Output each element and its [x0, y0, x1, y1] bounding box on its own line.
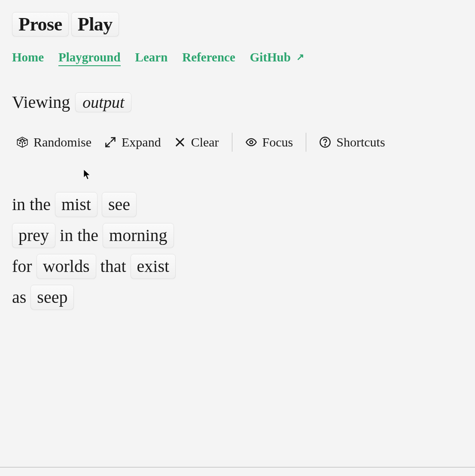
- output-line: in themistsee: [12, 189, 463, 220]
- focus-button[interactable]: Focus: [245, 135, 293, 150]
- plain-text: for: [12, 251, 32, 281]
- svg-point-8: [23, 140, 24, 140]
- nav-github-label: GitHub: [250, 50, 291, 64]
- svg-point-11: [250, 141, 253, 144]
- help-icon: [319, 136, 331, 148]
- app-title: Prose Play: [12, 12, 463, 37]
- clear-button[interactable]: Clear: [174, 135, 219, 150]
- close-icon: [174, 136, 186, 148]
- word-chip[interactable]: exist: [131, 254, 176, 279]
- randomise-label: Randomise: [33, 135, 91, 150]
- dice-icon: [16, 136, 28, 148]
- toolbar-divider-2: [306, 133, 306, 152]
- expand-button[interactable]: Expand: [104, 135, 161, 150]
- main-nav: Home Playground Learn Reference GitHub ↗: [12, 50, 463, 66]
- nav-learn[interactable]: Learn: [135, 50, 168, 66]
- external-link-icon: ↗: [296, 52, 304, 63]
- nav-github[interactable]: GitHub ↗: [250, 50, 304, 66]
- title-word-2[interactable]: Play: [71, 12, 119, 37]
- output-line: preyin themorning: [12, 220, 463, 250]
- viewing-row: Viewing output: [12, 92, 463, 112]
- word-chip[interactable]: prey: [12, 223, 55, 248]
- word-chip[interactable]: see: [102, 192, 137, 217]
- word-chip[interactable]: mist: [55, 192, 97, 217]
- title-word-1[interactable]: Prose: [12, 12, 69, 37]
- randomise-button[interactable]: Randomise: [16, 135, 91, 150]
- footer-divider: [0, 467, 475, 467]
- focus-label: Focus: [262, 135, 293, 150]
- mouse-cursor-icon: [82, 169, 92, 183]
- expand-label: Expand: [122, 135, 161, 150]
- expand-icon: [104, 136, 116, 148]
- svg-point-5: [24, 143, 25, 143]
- clear-label: Clear: [191, 135, 219, 150]
- word-chip[interactable]: morning: [103, 223, 174, 248]
- toolbar-divider-1: [232, 133, 232, 152]
- shortcuts-label: Shortcuts: [336, 135, 385, 150]
- toolbar: Randomise Expand Clear Focus: [16, 133, 463, 152]
- nav-home[interactable]: Home: [12, 50, 44, 66]
- nav-reference[interactable]: Reference: [182, 50, 235, 66]
- word-chip[interactable]: worlds: [37, 254, 96, 279]
- svg-point-13: [325, 144, 326, 145]
- output-line: asseep: [12, 282, 463, 312]
- viewing-mode-chip[interactable]: output: [75, 92, 131, 112]
- output-line: forworldsthatexist: [12, 251, 463, 281]
- plain-text: in the: [60, 220, 98, 250]
- plain-text: that: [100, 251, 126, 281]
- shortcuts-button[interactable]: Shortcuts: [319, 135, 385, 150]
- plain-text: in the: [12, 189, 51, 220]
- nav-playground[interactable]: Playground: [58, 50, 121, 66]
- word-chip[interactable]: seep: [30, 285, 74, 310]
- eye-icon: [245, 136, 257, 148]
- svg-point-6: [22, 139, 23, 140]
- output-content: in themistseepreyin themorningforworldst…: [12, 189, 463, 312]
- svg-point-4: [19, 143, 20, 143]
- plain-text: as: [12, 282, 26, 312]
- viewing-label: Viewing: [12, 92, 70, 112]
- svg-point-7: [20, 140, 21, 140]
